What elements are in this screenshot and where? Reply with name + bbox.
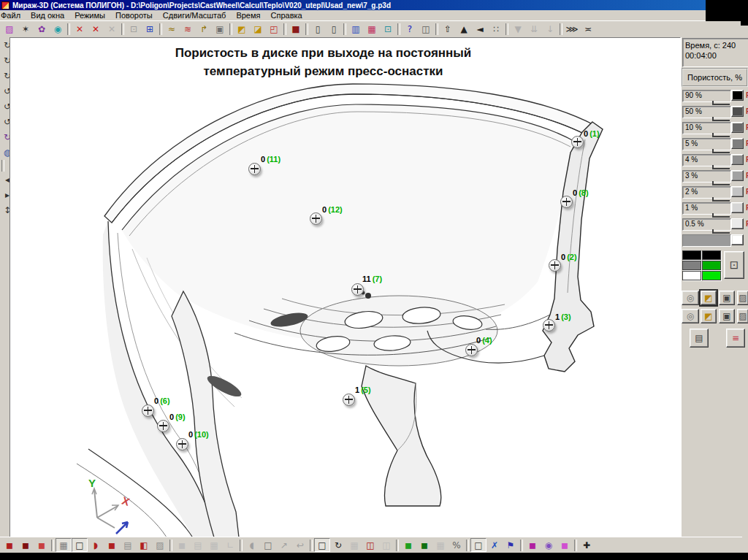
histogram-button[interactable]: ▥ [348,23,364,37]
monitor-button[interactable]: ⊡ [380,23,396,37]
rotate-hands-button[interactable]: ✿ [34,23,50,37]
project-folder-button[interactable]: ■ [288,23,304,37]
palette-cell[interactable] [702,271,721,280]
sphere-purple-button[interactable]: ◉ [541,538,557,552]
palette-cell[interactable] [702,261,721,270]
pan-vertical-button[interactable]: ↕ [0,202,10,218]
open-result-button[interactable]: ◩ [701,291,717,305]
palette-cell[interactable] [702,250,721,260]
porosity-color-swatch[interactable] [731,138,744,149]
porosity-color-swatch[interactable] [731,186,744,197]
plot-export-button[interactable]: ↱ [196,23,212,37]
porosity-extra-swatch[interactable] [731,234,744,245]
step-down-button[interactable]: ↓ [542,23,558,37]
palette-cell[interactable] [682,261,701,270]
palette-button[interactable]: ▨ [1,23,18,37]
export-folder-button[interactable]: ◪ [250,23,266,37]
delete-point-button[interactable]: ✕ [72,23,88,37]
reset-zero-2-button[interactable]: ◎ [682,309,699,323]
page-prev-button[interactable]: ▯ [310,23,326,37]
path-settings-button[interactable]: ≍ [580,23,596,37]
solid-view-light-button[interactable]: ◼ [34,538,50,552]
collapse-down-button[interactable]: ▼ [510,23,526,37]
screen-capture-button[interactable]: ⊡ [724,251,744,279]
menu-item-2[interactable]: Вид окна [26,11,69,20]
menu-item-6[interactable]: Время [231,11,265,20]
paper-cube-button[interactable]: □ [470,538,486,552]
lock-button[interactable]: ⊡ [126,23,142,37]
expand-down-button[interactable]: ⇊ [526,23,542,37]
grid-off-button[interactable]: ▤ [190,538,206,552]
snapshot-button[interactable]: ▣ [212,23,228,37]
expand-up-button[interactable]: ▲ [456,23,472,37]
outline-cube-button[interactable]: □ [314,538,330,552]
plot-curve-button[interactable]: ≈ [164,23,180,37]
section-plane-button[interactable]: ▤ [120,538,136,552]
spin-free-button[interactable]: ↻ [0,129,10,145]
points-delete-button[interactable]: ✗ [486,538,503,552]
save-result-button[interactable]: ▣ [719,291,735,305]
porosity-color-swatch[interactable] [731,106,744,117]
pan-hand-button[interactable]: ✶ [18,23,34,37]
rotate-cw-x-button[interactable]: ↻ [0,37,10,53]
extra-tools-button[interactable]: ▨ [737,291,748,305]
cube-pink-button[interactable]: ◼ [557,538,573,552]
corner-off-button[interactable]: ∟ [222,538,238,552]
open-result-2-button[interactable]: ◩ [701,309,717,323]
rotate-cw-y-button[interactable]: ↻ [0,53,10,68]
porosity-color-swatch[interactable] [731,122,744,133]
arrow-return-button[interactable]: ↩ [292,538,308,552]
porosity-color-swatch[interactable] [731,90,744,101]
solid-view-dark-button[interactable]: ◼ [18,538,34,552]
rotate-cw-z-button[interactable]: ↻ [0,68,10,83]
menu-item-1[interactable]: Файл [0,11,26,20]
refresh-button[interactable]: ↻ [330,538,346,552]
print-legend-button[interactable]: ▤ [690,329,709,348]
lock-add-button[interactable]: ⊞ [142,23,158,37]
mesh-view-button[interactable]: ▦ [56,538,72,552]
new-window-button[interactable]: ◰ [266,23,282,37]
sort-up-button[interactable]: ⇧ [440,23,456,37]
grid-cells-button[interactable]: ∷ [488,23,504,37]
palette-cell[interactable] [682,250,701,260]
menu-item-7[interactable]: Справка [266,11,308,20]
import-folder-button[interactable]: ◩ [234,23,250,37]
palette-cell[interactable] [682,271,701,280]
plot-delete-button[interactable]: ≋ [180,23,196,37]
box-button[interactable]: □ [260,538,276,552]
arrow-ne-button[interactable]: ↗ [276,538,292,552]
delete-all-button[interactable]: ✕ [88,23,104,37]
rotate-ccw-x-button[interactable]: ↺ [0,83,10,99]
porosity-color-swatch[interactable] [731,202,744,213]
expand-left-button[interactable]: ◄ [472,23,488,37]
save-result-2-button[interactable]: ▣ [719,309,735,323]
hatch-cube-button[interactable]: ▨ [152,538,168,552]
page-next-button[interactable]: ▯ [326,23,342,37]
cube-magenta-button[interactable]: ◼ [524,538,541,552]
help-button[interactable]: ? [402,23,418,37]
move-arrows-button[interactable]: ✚ [579,538,595,552]
color-grid-button[interactable]: ▦ [364,23,380,37]
autoplay-button[interactable]: ⋙ [564,23,580,37]
mesh-off-button[interactable]: ▦ [432,538,449,552]
help-book-button[interactable]: ◫ [418,23,434,37]
menu-item-4[interactable]: Повороты [110,11,158,20]
rotate-ccw-z-button[interactable]: ↺ [0,114,10,129]
porosity-color-swatch[interactable] [731,154,744,165]
cube-green-dark-button[interactable]: ◼ [416,538,432,552]
window-red-button[interactable]: ◫ [362,538,378,552]
reset-zero-button[interactable]: ◎ [682,291,699,305]
cylinder-button[interactable]: ◖ [244,538,260,552]
solid-view-red-button[interactable]: ◼ [1,538,18,552]
title-bar[interactable]: Мираж-3D (Система ПОЛИГОН) - D:\Poligon\… [0,0,748,10]
menu-item-3[interactable]: Режимы [69,11,110,20]
cells-off-button[interactable]: ▦ [206,538,222,552]
viewport[interactable]: Y X Пористость в диске при выходе на пос… [9,37,681,538]
flag-button[interactable]: ⚑ [503,538,519,552]
delete-inactive-button[interactable]: ✕ [104,23,120,37]
cube-green-button[interactable]: ◼ [400,538,416,552]
porosity-extra-field[interactable] [682,234,731,247]
wire-off-button[interactable]: ▦ [346,538,362,552]
percent-button[interactable]: % [449,538,465,552]
section-cube-button[interactable]: ◧ [136,538,152,552]
